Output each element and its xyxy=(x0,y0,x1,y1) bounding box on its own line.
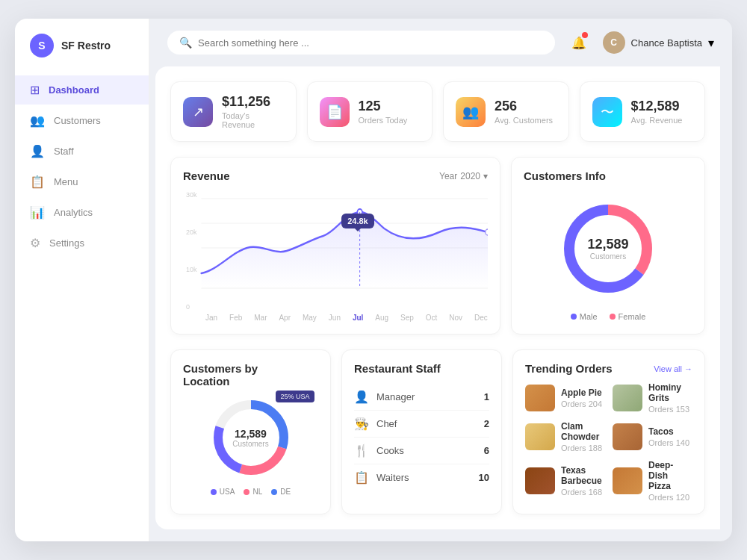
texas-bbq-name: Texas Barbecue xyxy=(561,465,605,486)
staff-item-manager: 👤 Manager 1 xyxy=(354,384,489,411)
location-legend: USA NL DE xyxy=(183,488,318,496)
order-item-apple-pie: Apple Pie Orders 204 xyxy=(525,382,605,414)
user-name: Chance Baptista xyxy=(631,37,702,49)
stat-card-avg-revenue: 〜 $12,589 Avg. Revenue xyxy=(580,81,706,142)
staff-role-manager: Manager xyxy=(376,391,415,402)
deep-dish-image xyxy=(613,467,642,494)
chevron-down-icon: ▾ xyxy=(708,36,714,50)
staff-role-chef: Chef xyxy=(376,418,397,429)
header: 🔍 🔔 C Chance Baptista ▾ xyxy=(149,19,732,66)
clam-chowder-count: Orders 188 xyxy=(561,444,605,452)
dashboard: ↗ $11,256 Today's Revenue 📄 125 Orders T… xyxy=(155,66,720,529)
staff-item-chef: 👨‍🍳 Chef 2 xyxy=(354,411,489,438)
sidebar-item-menu[interactable]: 📋 Menu xyxy=(15,167,149,196)
stat-cards: ↗ $11,256 Today's Revenue 📄 125 Orders T… xyxy=(170,81,705,142)
deep-dish-name: Deep-Dish Pizza xyxy=(648,460,692,491)
revenue-label: Today's Revenue xyxy=(222,111,284,129)
texas-bbq-image xyxy=(525,467,555,494)
sidebar-item-dashboard[interactable]: ⊞ Dashboard xyxy=(15,75,149,105)
legend-nl: NL xyxy=(244,488,262,496)
deep-dish-count: Orders 120 xyxy=(648,493,692,502)
search-bar[interactable]: 🔍 xyxy=(167,31,555,55)
apple-pie-name: Apple Pie xyxy=(561,388,602,398)
de-dot xyxy=(271,489,277,495)
avatar: C xyxy=(603,31,625,54)
texas-bbq-count: Orders 168 xyxy=(561,488,605,497)
sidebar-item-label: Dashboard xyxy=(49,84,99,96)
chart-area: 30k 20k 10k 0 xyxy=(183,191,488,311)
apple-pie-image xyxy=(525,385,555,411)
revenue-chart-svg xyxy=(183,191,488,311)
location-title: Customers by Location xyxy=(183,362,318,388)
location-card: Customers by Location xyxy=(170,349,331,514)
nl-dot xyxy=(244,489,249,495)
sidebar-item-label: Customers xyxy=(54,115,101,126)
location-center: 12,589 Customers xyxy=(232,428,268,448)
revenue-title: Revenue xyxy=(183,169,230,182)
view-all-button[interactable]: View all → xyxy=(654,364,692,373)
location-tooltip: 25% USA xyxy=(276,391,314,402)
sidebar-item-label: Settings xyxy=(49,237,84,249)
location-donut: 12,589 Customers 25% USA xyxy=(210,396,292,479)
order-item-clam-chowder: Clam Chowder Orders 188 xyxy=(525,421,605,452)
trending-header: Trending Orders View all → xyxy=(525,362,692,375)
tacos-name: Tacos xyxy=(648,426,689,437)
staff-count-waiters: 10 xyxy=(479,472,489,483)
y-axis-labels: 30k 20k 10k 0 xyxy=(183,191,200,311)
sidebar-item-customers[interactable]: 👥 Customers xyxy=(15,106,149,135)
stat-info-avg-revenue: $12,589 Avg. Revenue xyxy=(631,99,683,125)
staff-role-row: 🍴 Cooks xyxy=(354,444,404,458)
donut-value: 12,589 xyxy=(587,237,628,252)
menu-icon: 📋 xyxy=(30,175,45,189)
staff-count-manager: 1 xyxy=(484,391,489,402)
settings-icon: ⚙ xyxy=(30,236,40,250)
bottom-section: Customers by Location xyxy=(170,349,705,514)
dashboard-icon: ⊞ xyxy=(30,83,40,97)
avg-revenue-icon: 〜 xyxy=(592,97,622,127)
orders-grid: Apple Pie Orders 204 Hominy Grits Orders… xyxy=(525,382,692,502)
avg-revenue-label: Avg. Revenue xyxy=(631,116,683,125)
stat-info-customers: 256 Avg. Customers xyxy=(495,99,553,125)
sidebar-item-staff[interactable]: 👤 Staff xyxy=(15,137,149,166)
donut-center: 12,589 Customers xyxy=(587,237,628,261)
staff-role-cooks: Cooks xyxy=(376,445,404,456)
customers-info-card: Customers Info 12,589 Customers xyxy=(511,157,705,335)
chef-icon: 👨‍🍳 xyxy=(354,417,369,431)
app-container: S SF Restro ⊞ Dashboard 👥 Customers 👤 St… xyxy=(15,19,732,541)
staff-title: Restaurant Staff xyxy=(354,362,489,375)
customers-legend: Male Female xyxy=(571,312,646,321)
search-icon: 🔍 xyxy=(179,37,192,49)
staff-role-waiters: Waiters xyxy=(376,472,409,483)
stat-card-revenue: ↗ $11,256 Today's Revenue xyxy=(170,81,297,142)
female-dot xyxy=(610,314,616,320)
stat-info-orders: 125 Orders Today xyxy=(359,99,408,125)
sidebar-item-settings[interactable]: ⚙ Settings xyxy=(15,228,149,258)
revenue-icon: ↗ xyxy=(183,97,213,127)
clam-chowder-name: Clam Chowder xyxy=(561,421,605,442)
customers-info-title: Customers Info xyxy=(524,169,606,182)
cooks-icon: 🍴 xyxy=(354,444,369,458)
legend-male: Male xyxy=(571,312,598,321)
manager-icon: 👤 xyxy=(354,390,369,404)
location-value: 12,589 xyxy=(232,428,268,440)
chart-x-labels: Jan Feb Mar Apr May Jun Jul Aug Sep Oct … xyxy=(183,311,488,322)
sidebar-item-analytics[interactable]: 📊 Analytics xyxy=(15,198,149,227)
notification-button[interactable]: 🔔 xyxy=(567,31,591,55)
hominy-grits-name: Hominy Grits xyxy=(648,382,692,403)
search-input[interactable] xyxy=(198,37,543,49)
customers-stat-icon: 👥 xyxy=(456,97,486,127)
stat-card-customers: 👥 256 Avg. Customers xyxy=(443,81,569,142)
user-info[interactable]: C Chance Baptista ▾ xyxy=(603,31,714,54)
staff-role-row: 👤 Manager xyxy=(354,390,415,404)
staff-list: 👤 Manager 1 👨‍🍳 Chef 2 xyxy=(354,384,489,491)
year-selector[interactable]: Year 2020 ▾ xyxy=(439,171,488,181)
usa-dot xyxy=(211,489,217,495)
staff-card: Restaurant Staff 👤 Manager 1 👨‍🍳 xyxy=(341,349,502,514)
sidebar-item-label: Analytics xyxy=(54,207,93,218)
stat-info-revenue: $11,256 Today's Revenue xyxy=(222,94,284,129)
revenue-card: Revenue Year 2020 ▾ 30k 20k 10k 0 xyxy=(170,157,500,335)
tacos-image xyxy=(613,423,642,450)
male-dot xyxy=(571,314,577,320)
app-name: SF Restro xyxy=(61,40,111,52)
staff-icon: 👤 xyxy=(30,144,45,158)
